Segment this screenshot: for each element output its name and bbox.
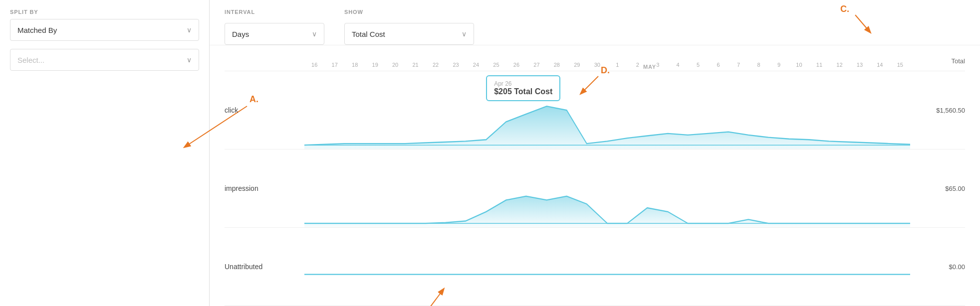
show-value: Total Cost xyxy=(352,30,385,38)
interval-chevron-icon: ∨ xyxy=(312,30,317,38)
show-group: SHOW Total Cost ∨ xyxy=(344,9,474,45)
date-axis: MAY 16 17 18 19 20 21 22 23 24 25 26 xyxy=(225,45,965,71)
interval-value: Days xyxy=(232,30,249,38)
show-label: SHOW xyxy=(344,9,474,15)
row-total-impression: $65.00 xyxy=(910,185,965,192)
total-header: Total xyxy=(910,57,965,68)
svg-marker-4 xyxy=(304,106,910,149)
split-by-chevron-icon: ∨ xyxy=(187,26,192,34)
row-label-impression: impression xyxy=(225,184,304,192)
svg-text:C.: C. xyxy=(840,4,849,14)
interval-group: INTERVAL Days ∨ xyxy=(225,9,324,45)
date-16: 16 xyxy=(304,62,324,68)
show-select[interactable]: Total Cost ∨ xyxy=(344,23,474,45)
main-container: SPLIT BY Matched By ∨ Select... ∨ A. xyxy=(0,0,980,306)
tooltip-value: $205 Total Cost xyxy=(494,87,552,96)
svg-line-3 xyxy=(855,15,870,32)
unattributed-chart-svg xyxy=(304,228,910,306)
row-total-click: $1,560.50 xyxy=(910,107,965,114)
split-by-label: SPLIT BY xyxy=(10,9,199,15)
tooltip-date: Apr 26 xyxy=(494,80,552,87)
right-panel: INTERVAL Days ∨ SHOW Total Cost ∨ C. xyxy=(210,0,980,306)
chart-row-impression: impression $65.00 xyxy=(225,150,965,228)
row-label-unattributed: Unattributed xyxy=(225,263,304,271)
interval-select[interactable]: Days ∨ xyxy=(225,23,324,45)
sub-select[interactable]: Select... ∨ xyxy=(10,49,199,71)
chart-tooltip: Apr 26 $205 Total Cost xyxy=(486,75,560,101)
split-by-select[interactable]: Matched By ∨ xyxy=(10,19,199,41)
row-total-unattributed: $0.00 xyxy=(910,263,965,271)
chart-area: MAY 16 17 18 19 20 21 22 23 24 25 26 xyxy=(210,45,980,306)
month-label: MAY xyxy=(643,64,656,70)
row-label-click: click xyxy=(225,106,304,114)
split-by-group: SPLIT BY Matched By ∨ xyxy=(10,9,199,41)
sub-select-chevron-icon: ∨ xyxy=(187,56,192,64)
select-group: Select... ∨ xyxy=(10,49,199,71)
chart-row-click: click xyxy=(225,71,965,150)
left-panel: SPLIT BY Matched By ∨ Select... ∨ A. xyxy=(0,0,210,306)
sub-select-placeholder: Select... xyxy=(17,56,44,64)
impression-chart-svg xyxy=(304,150,910,227)
interval-label: INTERVAL xyxy=(225,9,324,15)
svg-marker-8 xyxy=(304,196,910,227)
chart-row-unattributed: Unattributed B. xyxy=(225,228,965,306)
split-by-value: Matched By xyxy=(17,26,57,34)
click-chart-svg xyxy=(304,71,910,149)
show-chevron-icon: ∨ xyxy=(462,30,467,38)
